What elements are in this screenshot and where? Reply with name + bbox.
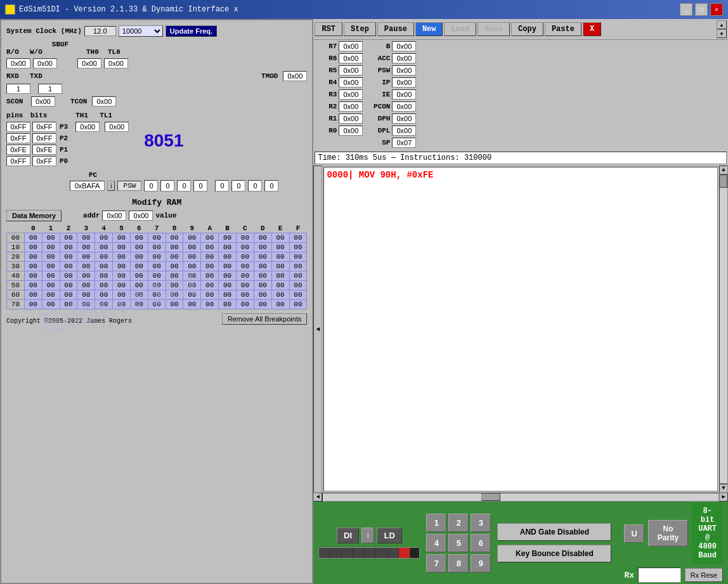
psw-bit-2[interactable] <box>177 180 191 191</box>
numpad-2[interactable]: 2 <box>448 514 469 532</box>
p3-pins[interactable] <box>6 122 30 132</box>
x-button[interactable]: X <box>583 22 601 36</box>
pcon-value[interactable] <box>392 101 416 112</box>
ie-value[interactable] <box>392 89 416 100</box>
dpl-value[interactable] <box>392 126 416 136</box>
update-freq-button[interactable]: Update Freq. <box>166 25 217 37</box>
wo-value[interactable] <box>33 58 57 68</box>
psw-bit-6[interactable] <box>248 180 262 191</box>
maximize-button[interactable]: □ <box>695 3 708 16</box>
r3-value[interactable] <box>339 89 363 100</box>
p1-pins[interactable] <box>6 145 30 155</box>
close-button[interactable]: ✕ <box>710 3 723 16</box>
memory-cell: 00 <box>183 233 201 243</box>
scroll-down-button[interactable]: ▼ <box>717 29 727 38</box>
p0-pins[interactable] <box>6 156 30 166</box>
r2-value[interactable] <box>339 101 363 112</box>
p3-bits[interactable] <box>32 122 56 132</box>
psw-bit-1[interactable] <box>160 180 174 191</box>
numpad-8[interactable]: 8 <box>448 554 469 573</box>
r7-value[interactable] <box>339 41 363 51</box>
memory-cell: 00 <box>24 262 42 271</box>
load-button[interactable]: Load <box>444 22 476 36</box>
ld-button[interactable]: LD <box>377 528 401 543</box>
scroll-up-button[interactable]: ▲ <box>717 20 727 29</box>
tl1-value[interactable] <box>105 122 129 132</box>
pause-button[interactable]: Pause <box>377 22 414 36</box>
new-button[interactable]: New <box>415 22 443 36</box>
memory-cell: 00 <box>183 300 201 309</box>
tl0-value[interactable] <box>104 58 128 68</box>
numpad-9[interactable]: 9 <box>471 554 491 573</box>
p0-bits[interactable] <box>32 156 56 166</box>
freq-dropdown[interactable]: 10000 20000 50000 <box>119 25 163 37</box>
r6-value[interactable] <box>339 53 363 63</box>
th0-value[interactable] <box>77 58 101 68</box>
step-button[interactable]: Step <box>344 22 376 36</box>
data-memory-button[interactable]: Data Memory <box>6 210 62 221</box>
numpad-5[interactable]: 5 <box>448 534 469 552</box>
memory-cell: 00 <box>77 300 95 309</box>
paste-button[interactable]: Paste <box>545 22 582 36</box>
ip-value[interactable] <box>392 77 416 88</box>
numpad-3[interactable]: 3 <box>471 514 491 532</box>
system-clock-input[interactable] <box>84 26 116 36</box>
psw-bit-7[interactable] <box>264 180 278 191</box>
u-button[interactable]: U <box>624 524 644 543</box>
save-button[interactable]: Save <box>478 22 510 36</box>
minimize-button[interactable]: _ <box>680 3 692 16</box>
psw-bit-4[interactable] <box>215 180 229 191</box>
pc-i-button[interactable]: i <box>107 181 115 191</box>
rst-button[interactable]: RST <box>315 22 342 36</box>
i-button[interactable]: i <box>361 528 374 543</box>
dph-value[interactable] <box>392 114 416 124</box>
copy-button[interactable]: Copy <box>511 22 543 36</box>
and-gate-button[interactable]: AND Gate Disabled <box>497 523 611 541</box>
pc-value[interactable] <box>70 181 105 191</box>
code-scroll-up-arrow[interactable]: ▲ <box>719 165 728 174</box>
di-button[interactable]: DI <box>337 528 359 543</box>
r0-value[interactable] <box>339 126 363 136</box>
r4-value[interactable] <box>339 77 363 88</box>
r5-value[interactable] <box>339 65 363 75</box>
code-scroll-left[interactable]: ◄ <box>313 165 322 493</box>
p2-bits[interactable] <box>32 133 56 143</box>
rx-field[interactable] <box>638 568 681 583</box>
memory-cell: 00 <box>236 300 254 309</box>
ram-addr[interactable] <box>102 211 126 221</box>
numpad-4[interactable]: 4 <box>426 534 446 552</box>
psw-bit-0[interactable] <box>144 180 158 191</box>
key-bounce-button[interactable]: Key Bounce Disabled <box>497 545 611 562</box>
sp-value[interactable] <box>392 138 416 148</box>
numpad-1[interactable]: 1 <box>426 514 446 532</box>
remove-breakpoints-button[interactable]: Remove All Breakpoints <box>222 313 308 325</box>
psw-bit-5[interactable] <box>231 180 245 191</box>
tmod-value[interactable] <box>283 71 307 81</box>
scroll-left-btn[interactable]: ◄ <box>313 493 322 502</box>
psw-reg-value[interactable] <box>392 65 416 75</box>
p2-pins[interactable] <box>6 133 30 143</box>
memory-cell: 00 <box>166 290 183 300</box>
code-scroll-down-arrow[interactable]: ▼ <box>719 484 728 493</box>
psw-bit-3[interactable] <box>193 180 207 191</box>
no-parity-button[interactable]: No Parity <box>648 520 688 547</box>
b-value[interactable] <box>392 41 416 51</box>
memory-cell: 00 <box>271 290 289 300</box>
txd-value[interactable] <box>38 84 62 94</box>
scon-value[interactable] <box>31 96 55 107</box>
memory-cell: 00 <box>130 300 148 309</box>
tcon-value[interactable] <box>92 96 116 107</box>
p1-bits[interactable] <box>32 145 56 155</box>
th1-value[interactable] <box>75 122 100 132</box>
acc-value[interactable] <box>392 53 416 63</box>
numpad-7[interactable]: 7 <box>426 554 446 573</box>
r1-value[interactable] <box>339 114 363 124</box>
memory-cell: 00 <box>42 262 60 271</box>
scroll-right-btn[interactable]: ► <box>719 493 728 502</box>
ro-value[interactable] <box>6 58 30 68</box>
memory-cell: 00 <box>254 233 271 243</box>
rxd-value[interactable] <box>6 84 30 94</box>
ram-value[interactable] <box>129 211 153 221</box>
rx-reset-button[interactable]: Rx Rese <box>685 568 723 582</box>
numpad-6[interactable]: 6 <box>471 534 491 552</box>
